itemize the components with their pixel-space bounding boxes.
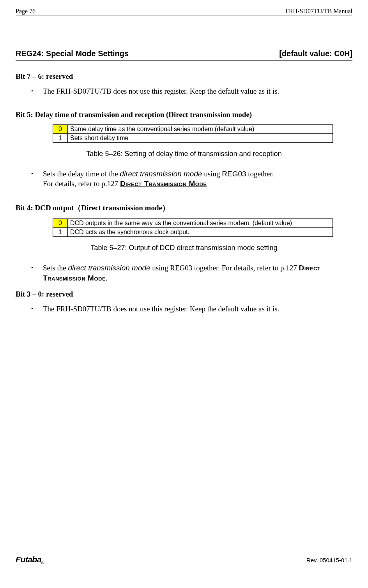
bit76-bullets: The FRH-SD07TU/TB does not use this regi… <box>16 86 352 96</box>
table-cell-value: 0 <box>53 219 68 227</box>
brand-logo: Futaba® <box>16 555 44 565</box>
bullet-text: For details, refer to p.127 <box>43 179 120 188</box>
section-title-right: [default value: C0H] <box>279 49 352 58</box>
bullet-italic: direct transmission mode <box>120 170 202 178</box>
bit4-table-caption: Table 5–27: Output of DCD direct transmi… <box>16 244 352 252</box>
manual-title: FRH-SD07TU/TB Manual <box>285 8 352 15</box>
table-cell-desc: Same delay time as the conventional seri… <box>68 124 333 133</box>
page-header: Page 76 FRH-SD07TU/TB Manual <box>16 8 352 16</box>
table-cell-desc: DCD outputs in the same way as the conve… <box>68 219 333 227</box>
bit4-bullet: Sets the direct transmission mode using … <box>31 263 352 283</box>
table-cell-value: 0 <box>53 124 68 133</box>
table-cell-value: 1 <box>53 227 68 236</box>
revision-text: Rev. 050415-01.1 <box>306 557 352 563</box>
table-row: 1 Sets short delay time <box>53 133 333 142</box>
table-cell-desc: Sets short delay time <box>68 133 333 142</box>
bullet-italic: direct transmission mode <box>68 264 150 272</box>
bullet-text: using <box>202 170 222 178</box>
bit30-bullet: The FRH-SD07TU/TB does not use this regi… <box>31 304 352 314</box>
bit5-table: 0 Same delay time as the conventional se… <box>53 124 333 143</box>
bit4-table: 0 DCD outputs in the same way as the con… <box>53 219 333 237</box>
bullet-reg: REG03 <box>222 170 246 178</box>
table-row: 0 DCD outputs in the same way as the con… <box>53 219 333 227</box>
bullet-text: Sets the delay time of the <box>43 170 120 178</box>
table-cell-desc: DCD acts as the synchronous clock output… <box>68 227 333 236</box>
bit5-heading: Bit 5: Delay time of transmission and re… <box>16 110 352 119</box>
page-footer: Futaba® Rev. 050415-01.1 <box>16 553 352 565</box>
bullet-text: using REG03 together. For details, refer… <box>150 264 299 272</box>
bit76-heading: Bit 7 – 6: reserved <box>16 72 352 81</box>
section-title-left: REG24: Special Mode Settings <box>16 49 129 58</box>
table-row: 1 DCD acts as the synchronous clock outp… <box>53 227 333 236</box>
bullet-text: Sets the <box>43 264 68 272</box>
bit76-bullet: The FRH-SD07TU/TB does not use this regi… <box>31 86 352 96</box>
bit4-heading: Bit 4: DCD output（Direct transmission mo… <box>16 203 352 213</box>
bit4-bullets: Sets the direct transmission mode using … <box>16 263 352 283</box>
bit30-bullets: The FRH-SD07TU/TB does not use this regi… <box>16 304 352 314</box>
bullet-text: . <box>106 274 108 282</box>
bit5-bullets: Sets the delay time of the direct transm… <box>16 169 352 189</box>
bit5-table-wrap: 0 Same delay time as the conventional se… <box>53 124 333 143</box>
registered-mark-icon: ® <box>41 561 44 565</box>
page-number: Page 76 <box>16 8 35 15</box>
bullet-text: together. <box>246 170 274 178</box>
bit5-bullet: Sets the delay time of the direct transm… <box>31 169 352 189</box>
table-row: 0 Same delay time as the conventional se… <box>53 124 333 133</box>
bit5-table-caption: Table 5–26: Setting of delay time of tra… <box>16 150 352 158</box>
bit4-table-wrap: 0 DCD outputs in the same way as the con… <box>53 219 333 237</box>
section-title-row: REG24: Special Mode Settings [default va… <box>16 49 352 61</box>
bit30-heading: Bit 3 – 0: reserved <box>16 290 352 298</box>
table-cell-value: 1 <box>53 133 68 142</box>
brand-text: Futaba <box>16 555 41 564</box>
bullet-link: Direct Transmission Mode <box>120 179 207 188</box>
